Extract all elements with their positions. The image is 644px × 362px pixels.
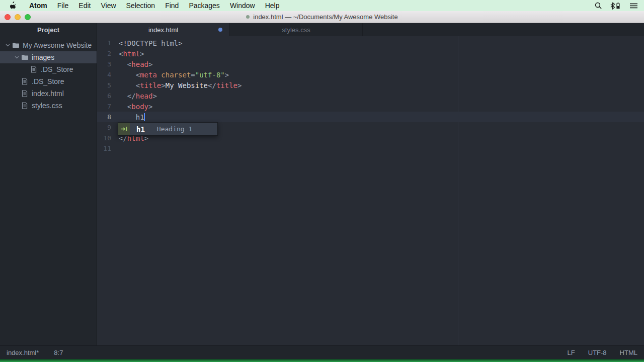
chevron-down-icon — [13, 56, 21, 59]
search-icon[interactable] — [595, 2, 602, 10]
code-line-2[interactable]: 2<html> — [97, 48, 644, 59]
code-line-4[interactable]: 4 <meta charset="utf-8"> — [97, 69, 644, 80]
code-token: meta — [140, 71, 157, 79]
folder-icon — [21, 54, 29, 60]
status-filename[interactable]: index.html* — [7, 349, 39, 356]
tab-label: index.html — [148, 26, 178, 34]
code-token: > — [161, 81, 165, 89]
code-token: My Website — [166, 81, 208, 89]
tree-item-label: .DS_Store — [32, 77, 64, 85]
tab-label: styles.css — [282, 26, 310, 34]
code-token: > — [225, 71, 229, 79]
menu-edit[interactable]: Edit — [73, 0, 96, 11]
video-progress-bar[interactable] — [0, 359, 644, 362]
code-token: > — [148, 103, 152, 111]
bluetooth-battery-icon[interactable] — [610, 2, 621, 10]
code-lines: 1<!DOCTYPE html>2<html>3 <head>4 <meta c… — [97, 36, 644, 154]
notification-list-icon[interactable] — [629, 3, 638, 9]
line-number: 9 — [97, 124, 111, 131]
window-title-bar[interactable]: index.html — ~/Documents/My Awesome Webs… — [0, 11, 644, 23]
file-icon — [21, 102, 29, 109]
code-line-6[interactable]: 6 </head> — [97, 90, 644, 101]
code-token: body — [131, 103, 148, 111]
status-right-items: LFUTF-8HTML — [568, 349, 637, 356]
code-line-11[interactable]: 11 — [97, 143, 644, 154]
file-icon — [30, 66, 38, 73]
line-number: 2 — [97, 50, 111, 57]
code-token: = — [191, 71, 195, 79]
line-number: 4 — [97, 71, 111, 78]
code-text: <head> — [111, 60, 152, 68]
code-token: title — [140, 81, 161, 89]
code-token: head — [136, 92, 153, 100]
code-text: <body> — [111, 103, 152, 111]
line-number: 10 — [97, 134, 111, 142]
code-line-5[interactable]: 5 <title>My Website</title> — [97, 80, 644, 90]
project-panel-header: Project — [0, 23, 97, 36]
tab-modified-dot-icon — [218, 28, 222, 32]
code-text: h1 — [111, 113, 145, 121]
menu-atom[interactable]: Atom — [24, 0, 52, 11]
tree-item-ds-store[interactable]: .DS_Store — [0, 63, 97, 75]
tree-item-label: My Awesome Website — [23, 41, 92, 49]
code-token: < — [119, 71, 140, 79]
tree-item-index-html[interactable]: index.html — [0, 87, 97, 100]
code-line-1[interactable]: 1<!DOCTYPE html> — [97, 38, 644, 48]
tree-item-label: styles.css — [32, 102, 62, 110]
code-token: < — [119, 60, 131, 68]
autocomplete-match: h1 — [136, 125, 145, 133]
line-number: 5 — [97, 81, 111, 89]
tree-item-label: images — [32, 53, 54, 61]
autocomplete-popup[interactable]: h1 Heading 1 — [118, 122, 218, 136]
menu-packages[interactable]: Packages — [184, 0, 224, 11]
menu-window[interactable]: Window — [225, 0, 260, 11]
code-text: <meta charset="utf-8"> — [111, 71, 229, 79]
code-text: <html> — [111, 50, 144, 58]
line-number: 7 — [97, 103, 111, 110]
menu-file[interactable]: File — [52, 0, 74, 11]
code-token: head — [131, 60, 148, 68]
status-lf[interactable]: LF — [568, 349, 575, 356]
tree-item-label: index.html — [32, 89, 64, 98]
tree-item-styles-css[interactable]: styles.css — [0, 100, 97, 112]
line-number: 11 — [97, 145, 111, 152]
text-editor[interactable]: 1<!DOCTYPE html>2<html>3 <head>4 <meta c… — [97, 36, 644, 345]
code-token: </ — [119, 92, 136, 100]
tab-styles-css[interactable]: styles.css — [230, 23, 363, 36]
macos-menu-bar: AtomFileEditViewSelectionFindPackagesWin… — [0, 0, 644, 11]
file-tree: My Awesome Websiteimages.DS_Store.DS_Sto… — [0, 39, 97, 112]
code-token: "utf-8" — [195, 71, 225, 79]
line-number: 8 — [97, 113, 111, 121]
code-token: charset — [161, 71, 191, 79]
code-text: </head> — [111, 92, 157, 100]
status-utf-8[interactable]: UTF-8 — [588, 349, 607, 356]
status-html[interactable]: HTML — [620, 349, 637, 356]
apple-icon[interactable] — [10, 2, 18, 10]
code-line-8[interactable]: 8 h1 — [97, 112, 644, 122]
code-line-7[interactable]: 7 <body> — [97, 101, 644, 112]
menu-find[interactable]: Find — [160, 0, 184, 11]
code-token: < — [119, 103, 131, 111]
line-number: 1 — [97, 39, 111, 47]
code-line-3[interactable]: 3 <head> — [97, 59, 644, 69]
project-tree-panel: Project My Awesome Websiteimages.DS_Stor… — [0, 23, 97, 345]
menu-selection[interactable]: Selection — [121, 0, 160, 11]
code-token: > — [237, 81, 242, 89]
code-token: <!DOCTYPE html> — [119, 39, 182, 47]
chevron-down-icon — [4, 44, 12, 47]
file-icon — [21, 90, 29, 97]
tree-item-my-awesome-website[interactable]: My Awesome Website — [0, 39, 97, 51]
file-icon — [21, 78, 29, 85]
status-cursor-position[interactable]: 8:7 — [54, 349, 63, 356]
tree-item-ds-store[interactable]: .DS_Store — [0, 75, 97, 87]
menu-help[interactable]: Help — [260, 0, 285, 11]
code-token: < — [119, 81, 140, 89]
tree-item-images[interactable]: images — [0, 51, 97, 63]
tab-index-html[interactable]: index.html — [97, 23, 230, 36]
line-number: 3 — [97, 60, 111, 68]
menu-view[interactable]: View — [96, 0, 121, 11]
code-token: </ — [208, 81, 216, 89]
window-title: index.html — ~/Documents/My Awesome Webs… — [253, 13, 397, 21]
folder-icon — [12, 42, 20, 48]
code-token: h1 — [119, 113, 144, 121]
